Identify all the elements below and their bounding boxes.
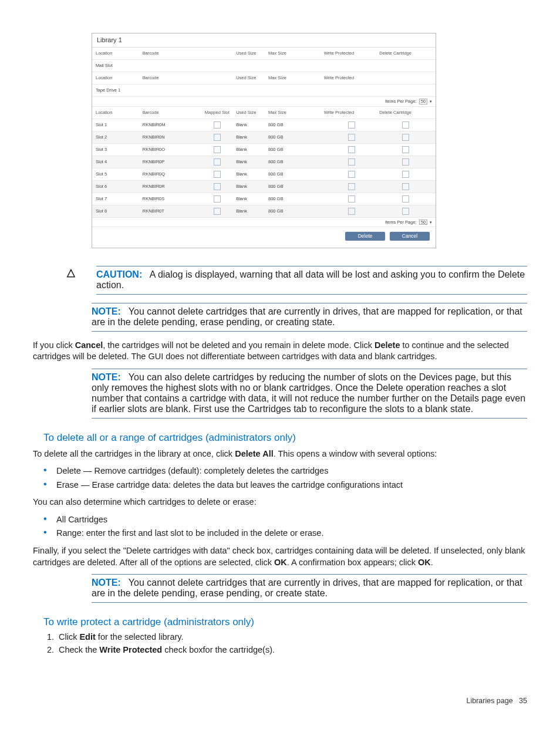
write-protect-steps: Click Edit for the selected library. Che… (33, 632, 527, 656)
table-row: Slot 1RKNBIR0MBlank800 GB (92, 119, 436, 131)
caution-label: CAUTION: (96, 269, 142, 279)
note-label: NOTE: (92, 306, 121, 316)
delete-cartridge-checkbox[interactable] (402, 158, 409, 166)
note-text: You cannot delete cartridges that are cu… (92, 578, 522, 598)
note-label: NOTE: (92, 372, 121, 382)
bullets-scope: All CartridgesRange: enter the first and… (33, 514, 527, 539)
note-text: You cannot delete cartridges that are cu… (92, 306, 522, 327)
write-protected-checkbox[interactable] (348, 183, 355, 190)
write-protected-checkbox[interactable] (348, 158, 355, 166)
mapped-slot-checkbox[interactable] (214, 208, 221, 215)
header-row-slots: Location Barcode Mapped Slot Used Size M… (92, 107, 436, 119)
caution-text: A dialog is displayed, warning that all … (96, 269, 525, 290)
items-per-page-bottom: Items Per Page: 50 ▾ (92, 218, 436, 228)
mapped-slot-checkbox[interactable] (214, 121, 221, 129)
delete-cartridge-checkbox[interactable] (402, 195, 409, 202)
heading-delete-all: To delete all or a range of cartridges (… (43, 431, 527, 445)
write-protected-checkbox[interactable] (348, 134, 355, 141)
mapped-slot-checkbox[interactable] (214, 195, 221, 202)
finally-para: Finally, if you select the "Delete cartr… (33, 545, 527, 568)
write-protected-checkbox[interactable] (348, 208, 355, 215)
mapped-slot-checkbox[interactable] (214, 158, 221, 166)
heading-write-protect: To write protect a cartridge (administra… (43, 616, 527, 629)
delete-cartridge-checkbox[interactable] (402, 208, 409, 215)
mapped-slot-checkbox[interactable] (214, 146, 221, 153)
delete-cartridge-checkbox[interactable] (402, 146, 409, 153)
header-row-top: Location Barcode Used Size Max Size Writ… (92, 48, 436, 60)
table-row: Slot 8RKNBIR0TBlank800 GB (92, 205, 436, 218)
bullets-options: Delete — Remove cartridges (default): co… (33, 465, 527, 491)
list-item: Range: enter the first and last slot to … (43, 528, 527, 539)
list-item: Delete — Remove cartridges (default): co… (43, 465, 527, 477)
items-per-page-top: Items Per Page: 50 ▾ (92, 97, 436, 107)
list-item: Erase — Erase cartridge data: deletes th… (43, 480, 527, 491)
mapped-slot-checkbox[interactable] (214, 171, 221, 178)
delete-button[interactable]: Delete (345, 232, 385, 241)
delete-cartridge-checkbox[interactable] (402, 121, 409, 129)
chevron-down-icon[interactable]: ▾ (430, 220, 432, 224)
table-row: Slot 7RKNBIR0SBlank800 GB (92, 193, 436, 205)
table-row: Slot 2RKNBIR0NBlank800 GB (92, 131, 436, 144)
write-protected-checkbox[interactable] (348, 146, 355, 153)
delete-cartridge-checkbox[interactable] (402, 171, 409, 178)
write-protected-checkbox[interactable] (348, 195, 355, 202)
delete-cartridge-checkbox[interactable] (402, 134, 409, 141)
tape-drive-row: Tape Drive 1 (92, 85, 436, 97)
library-title: Library 1 (92, 33, 436, 48)
items-per-page-select[interactable]: 50 (419, 99, 427, 104)
table-row: Slot 3RKNBIR0OBlank800 GB (92, 144, 436, 156)
page-footer: Libraries page 35 (33, 697, 527, 705)
table-row: Slot 6RKNBIR0RBlank800 GB (92, 181, 436, 193)
mapped-slot-checkbox[interactable] (214, 134, 221, 141)
write-protected-checkbox[interactable] (348, 171, 355, 178)
note-text: You can also delete cartridges by reduci… (92, 372, 525, 414)
cancel-button[interactable]: Cancel (390, 232, 430, 241)
determine-line: You can also determine which cartridges … (33, 497, 527, 508)
delete-all-intro: To delete all the cartridges in the libr… (33, 448, 527, 460)
table-row: Slot 5RKNBIR0QBlank800 GB (92, 168, 436, 181)
cancel-delete-para: If you click Cancel, the cartridges will… (33, 340, 527, 363)
note-label: NOTE: (92, 578, 121, 588)
list-item: All Cartridges (43, 514, 527, 526)
chevron-down-icon[interactable]: ▾ (430, 99, 432, 103)
mapped-slot-checkbox[interactable] (214, 183, 221, 190)
items-per-page-select[interactable]: 50 (419, 220, 427, 225)
mail-slot-row: Mail Slot (92, 60, 436, 72)
delete-cartridge-checkbox[interactable] (402, 183, 409, 190)
table-row: Slot 4RKNBIR0PBlank800 GB (92, 156, 436, 168)
write-protected-checkbox[interactable] (348, 121, 355, 129)
caution-icon: △ (67, 266, 81, 303)
header-row-tape: Location Barcode Used Size Max Size Writ… (92, 72, 436, 85)
step-2: Check the Write Protected check boxfor t… (56, 644, 527, 656)
library-screenshot: Library 1 Location Barcode Used Size Max… (92, 33, 436, 248)
step-1: Click Edit for the selected library. (56, 632, 527, 643)
